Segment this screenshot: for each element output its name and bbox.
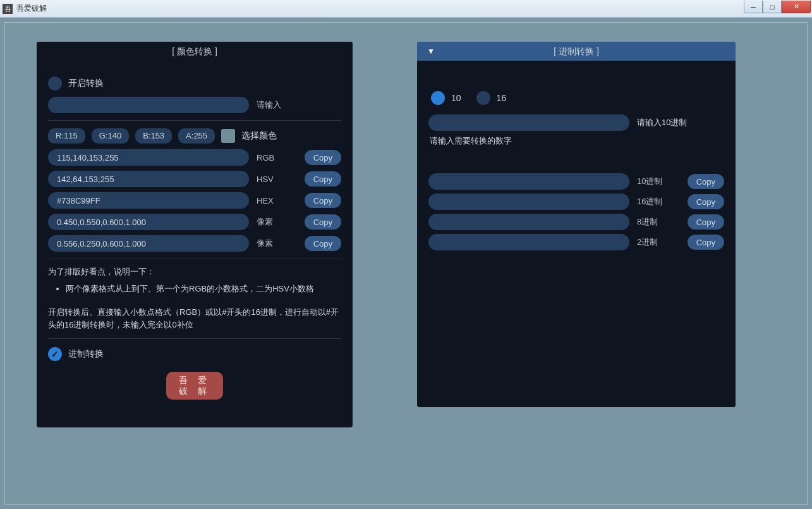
- hex-output[interactable]: [48, 192, 249, 209]
- rgb-output[interactable]: [48, 149, 249, 166]
- maximize-button[interactable]: □: [763, 1, 782, 13]
- radio-16[interactable]: [476, 91, 490, 105]
- base-input[interactable]: [428, 114, 629, 131]
- out-2-label: 2进制: [637, 236, 677, 248]
- out-10-label: 10进制: [637, 176, 677, 187]
- app-icon: 吾: [3, 4, 13, 14]
- b-chip[interactable]: B:153: [135, 128, 172, 144]
- pixel-hsv-output[interactable]: [48, 235, 249, 252]
- radio-10[interactable]: [431, 91, 445, 105]
- desc-intro: 为了排版好看点，说明一下：: [48, 266, 341, 279]
- start-convert-toggle[interactable]: [48, 77, 62, 90]
- out-16-label: 16进制: [637, 196, 677, 207]
- copy-10-button[interactable]: Copy: [688, 174, 724, 189]
- main-input-label: 请输入: [257, 99, 281, 111]
- radio-16-label: 16: [497, 93, 507, 103]
- hsv-output[interactable]: [48, 171, 249, 187]
- copy-2-button[interactable]: Copy: [688, 235, 724, 250]
- minimize-button[interactable]: ─: [744, 1, 763, 13]
- titlebar: 吾 吾爱破解 ─ □ ✕: [0, 0, 812, 18]
- base-convert-panel: ▼ [ 进制转换 ] 10 16 请输入10进制 请输入需要转换的数字: [417, 42, 736, 407]
- radio-10-label: 10: [451, 93, 461, 103]
- base-convert-toggle[interactable]: ✓: [48, 347, 62, 361]
- copy-rgb-button[interactable]: Copy: [305, 150, 341, 165]
- main-input[interactable]: [48, 97, 249, 113]
- out-8[interactable]: [428, 214, 629, 230]
- collapse-icon[interactable]: ▼: [427, 42, 435, 61]
- window-title: 吾爱破解: [16, 3, 47, 14]
- rgb-label: RGB: [257, 153, 300, 163]
- wuai-button[interactable]: 吾 爱 破 解: [166, 372, 223, 400]
- color-swatch[interactable]: [221, 129, 235, 143]
- copy-hex-button[interactable]: Copy: [305, 193, 341, 208]
- hsv-label: HSV: [257, 175, 300, 184]
- g-chip[interactable]: G:140: [92, 128, 129, 144]
- panel-title: [ 进制转换 ]: [554, 46, 599, 56]
- help-text: 请输入需要转换的数字: [430, 135, 724, 147]
- r-chip[interactable]: R:115: [48, 128, 85, 144]
- base-convert-label: 进制转换: [68, 348, 104, 360]
- out-10[interactable]: [428, 173, 629, 190]
- select-color-label: 选择颜色: [241, 130, 277, 142]
- desc-para: 开启转换后。直接输入小数点格式（RGB）或以#开头的16进制，进行自动以#开头的…: [48, 306, 341, 333]
- out-2[interactable]: [428, 234, 629, 250]
- a-chip[interactable]: A:255: [178, 128, 215, 144]
- close-button[interactable]: ✕: [782, 1, 811, 13]
- out-16[interactable]: [428, 193, 629, 210]
- hex-label: HEX: [257, 196, 300, 205]
- copy-hsv-button[interactable]: Copy: [305, 171, 341, 187]
- color-convert-panel: [ 颜色转换 ] 开启转换 请输入 R:115 G:140 B:153: [37, 42, 353, 427]
- copy-pixel1-button[interactable]: Copy: [305, 214, 341, 230]
- pixel1-label: 像素: [257, 216, 300, 228]
- out-8-label: 8进制: [637, 216, 677, 228]
- pixel-rgb-output[interactable]: [48, 214, 249, 230]
- pixel2-label: 像素: [257, 238, 300, 249]
- panel-title: [ 颜色转换 ]: [37, 42, 353, 61]
- start-convert-label: 开启转换: [68, 78, 104, 89]
- base-input-label: 请输入10进制: [637, 117, 687, 128]
- copy-pixel2-button[interactable]: Copy: [305, 236, 341, 251]
- copy-16-button[interactable]: Copy: [688, 194, 724, 209]
- copy-8-button[interactable]: Copy: [688, 214, 724, 230]
- desc-bullet: 两个像素格式从上到下。第一个为RGB的小数格式，二为HSV小数格: [66, 283, 341, 296]
